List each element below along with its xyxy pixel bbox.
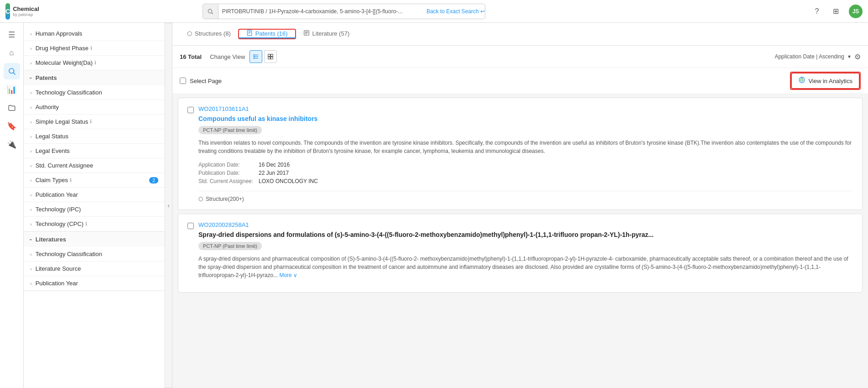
claim-types-header[interactable]: › Claim Types ℹ 2 xyxy=(24,173,165,187)
patent-1-id[interactable]: WO2017103611A1 xyxy=(198,105,853,112)
collapse-sidebar-button[interactable]: ‹ xyxy=(165,23,172,388)
tab-structures[interactable]: ⬡ Structures (8) xyxy=(180,23,238,45)
svg-rect-20 xyxy=(268,57,270,59)
chevron-icon: › xyxy=(30,281,32,286)
patent-card-1: WO2017103611A1 Compounds useful as kinas… xyxy=(178,98,863,210)
std-current-assignee-header[interactable]: › Std. Current Assignee xyxy=(24,158,165,173)
simple-legal-status-header[interactable]: › Simple Legal Status ℹ xyxy=(24,115,165,129)
view-in-analytics-button[interactable]: View in Analytics xyxy=(791,73,860,89)
info-icon[interactable]: ℹ xyxy=(90,45,92,51)
literatures-section-header[interactable]: › Literatures xyxy=(24,232,165,247)
nav-search-icon[interactable] xyxy=(4,63,20,79)
patent-card-2-header: WO2020028258A1 Spray-dried dispersions a… xyxy=(187,221,853,285)
patent-1-pub-date: 22 Jun 2017 xyxy=(259,169,323,177)
svg-rect-16 xyxy=(254,56,255,57)
info-icon[interactable]: ℹ xyxy=(85,221,87,227)
sort-label: Application Date | Ascending xyxy=(774,53,844,60)
patents-list: WO2017103611A1 Compounds useful as kinas… xyxy=(172,94,868,388)
patent-1-checkbox[interactable] xyxy=(187,107,194,113)
sort-chevron-icon[interactable]: ▾ xyxy=(848,53,851,60)
authority-header[interactable]: › Authority xyxy=(24,100,165,114)
select-page-checkbox[interactable] xyxy=(180,78,186,84)
structure-icon: ⬡ xyxy=(198,196,203,202)
sidebar-item-publication-year-patents: › Publication Year xyxy=(24,188,165,202)
sidebar-item-legal-status: › Legal Status xyxy=(24,129,165,144)
legal-events-header[interactable]: › Legal Events xyxy=(24,144,165,158)
settings-icon[interactable]: ⚙ xyxy=(854,52,861,61)
patent-1-badge: PCT-NP (Past time limit) xyxy=(198,126,262,134)
help-icon[interactable]: ? xyxy=(811,5,823,18)
sidebar-item-lit-publication-year: › Publication Year xyxy=(24,276,165,291)
technology-cpc-header[interactable]: › Technology (CPC) ℹ xyxy=(24,217,165,231)
chevron-icon: › xyxy=(30,46,32,51)
patent-2-id[interactable]: WO2020028258A1 xyxy=(198,221,853,228)
chevron-icon: › xyxy=(30,105,32,110)
structures-icon: ⬡ xyxy=(187,30,192,37)
tab-literature[interactable]: Literature (57) xyxy=(296,23,357,45)
chevron-icon: › xyxy=(30,192,32,198)
svg-rect-21 xyxy=(271,57,273,59)
nav-analytics-icon[interactable]: 📊 xyxy=(4,81,20,98)
patent-card-1-header: WO2017103611A1 Compounds useful as kinas… xyxy=(187,105,853,202)
nav-plugin-icon[interactable]: 🔌 xyxy=(4,136,20,152)
search-bar[interactable]: PIRTOBRUTINIB / 1H-Pyrazole-4-carboxamid… xyxy=(203,4,485,19)
nav-bookmark-icon[interactable]: 🔖 xyxy=(4,118,20,134)
patent-2-description: A spray-dried dispersions and pharmaceut… xyxy=(198,255,853,279)
lit-tech-classification-header[interactable]: › Technology Classification xyxy=(24,247,165,261)
patent-card-2: WO2020028258A1 Spray-dried dispersions a… xyxy=(178,214,863,293)
nav-home-icon[interactable]: ⌂ xyxy=(4,45,20,61)
lit-publication-year-header[interactable]: › Publication Year xyxy=(24,276,165,290)
sidebar-item-human-approvals[interactable]: › Human Approvals xyxy=(24,26,165,41)
literature-source-header[interactable]: › Literature Source xyxy=(24,262,165,276)
legal-status-header[interactable]: › Legal Status xyxy=(24,129,165,143)
chevron-icon: › xyxy=(30,252,32,257)
sidebar-item-drug-highest-phase[interactable]: › Drug Highest Phase ℹ xyxy=(24,41,165,55)
patent-2-checkbox[interactable] xyxy=(187,223,194,229)
logo-text: Chemical by patsnap xyxy=(13,5,39,17)
publication-year-patents-header[interactable]: › Publication Year xyxy=(24,188,165,202)
tab-patents[interactable]: Patents (16) xyxy=(239,30,295,38)
apps-icon[interactable]: ⊞ xyxy=(830,5,842,18)
chevron-icon: › xyxy=(30,207,32,212)
tab-patents-active-box: Patents (16) xyxy=(238,29,296,39)
literatures-filters: › Technology Classification › Literature… xyxy=(24,247,165,291)
patent-2-more-link[interactable]: More ∨ xyxy=(279,272,297,278)
patent-2-title[interactable]: Spray-dried dispersions and formulations… xyxy=(198,231,853,238)
patent-1-structure[interactable]: Structure(200+) xyxy=(206,196,244,202)
view-toggle xyxy=(249,50,277,63)
nav-menu-icon[interactable]: ☰ xyxy=(4,26,20,43)
svg-line-1 xyxy=(212,12,213,14)
sidebar-item-molecular-weight[interactable]: › Molecular Weight(Da) ℹ xyxy=(24,56,165,70)
topbar-icons: ? ⊞ JS xyxy=(811,5,863,18)
info-icon[interactable]: ℹ xyxy=(94,60,96,66)
search-query: PIRTOBRUTINIB / 1H-Pyrazole-4-carboxamid… xyxy=(218,8,426,15)
logo-icon: C xyxy=(5,3,10,20)
avatar[interactable]: JS xyxy=(849,5,863,18)
results-count: 16 Total xyxy=(180,53,202,60)
sidebar-item-std-current-assignee: › Std. Current Assignee xyxy=(24,158,165,173)
patent-1-assignee: LOXO ONCOLOGY INC xyxy=(259,177,323,185)
svg-point-23 xyxy=(801,79,803,81)
patent-1-meta: Application Date: 16 Dec 2016 Publicatio… xyxy=(198,161,853,185)
back-to-exact-search[interactable]: Back to Exact Search ↩ xyxy=(426,8,485,15)
view-list-button[interactable] xyxy=(249,50,262,63)
chevron-icon: › xyxy=(30,60,32,66)
nav-folder-icon[interactable] xyxy=(4,100,20,116)
chevron-icon: › xyxy=(30,221,32,227)
patent-1-app-date: 16 Dec 2016 xyxy=(259,161,323,169)
patent-2-content: WO2020028258A1 Spray-dried dispersions a… xyxy=(198,221,853,285)
sidebar-item-technology-cpc: › Technology (CPC) ℹ xyxy=(24,217,165,231)
claim-types-badge: 2 xyxy=(149,177,158,184)
tech-classification-header[interactable]: › Technology Classification xyxy=(24,85,165,100)
patent-1-title[interactable]: Compounds useful as kinase inhibitors xyxy=(198,115,853,122)
info-icon[interactable]: ℹ xyxy=(70,177,72,183)
sidebar-section-human-approvals: › Human Approvals xyxy=(24,26,165,41)
select-page-label: Select Page xyxy=(190,78,222,84)
technology-ipc-header[interactable]: › Technology (IPC) xyxy=(24,202,165,216)
patent-1-footer: ⬡ Structure(200+) xyxy=(198,191,853,202)
patents-section-header[interactable]: › Patents xyxy=(24,70,165,85)
info-icon[interactable]: ℹ xyxy=(90,119,92,125)
view-grid-button[interactable] xyxy=(264,50,277,63)
chevron-icon: › xyxy=(30,148,32,154)
topbar: C Chemical by patsnap PIRTOBRUTINIB / 1H… xyxy=(0,0,868,23)
